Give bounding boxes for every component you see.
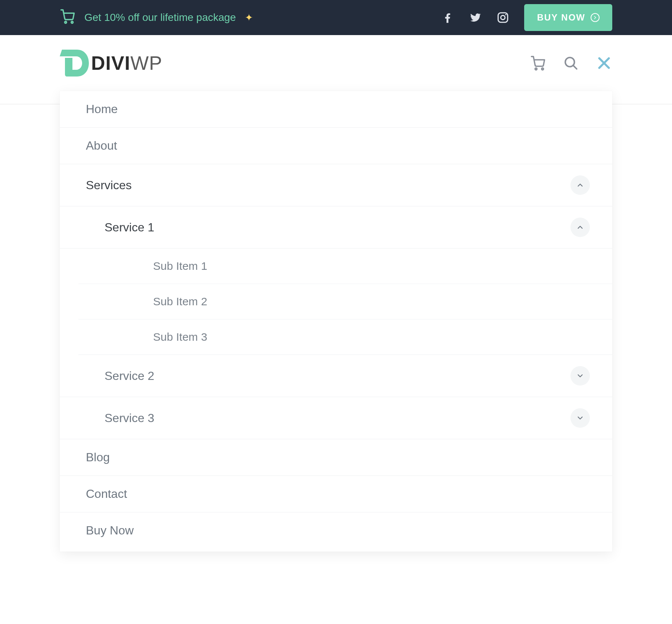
svg-point-0 [65, 21, 66, 23]
svg-point-3 [501, 15, 505, 19]
search-icon[interactable] [563, 55, 579, 71]
instagram-icon[interactable] [497, 11, 509, 24]
chevron-down-icon[interactable] [570, 408, 590, 428]
menu-item-label: Blog [86, 450, 110, 464]
svg-point-1 [71, 21, 73, 23]
close-icon[interactable] [596, 55, 612, 71]
menu-item-buy-now[interactable]: Buy Now [60, 512, 612, 549]
site-header: DIVIWP [56, 35, 616, 91]
menu-item-sub-2[interactable]: Sub Item 2 [78, 284, 612, 319]
menu-item-service-3[interactable]: Service 3 [60, 397, 612, 439]
logo-text: DIVIWP [91, 52, 162, 74]
menu-item-label: Contact [86, 487, 127, 501]
submenu-service-1: Sub Item 1 Sub Item 2 Sub Item 3 [78, 249, 612, 355]
cart-icon [60, 9, 75, 27]
svg-line-8 [573, 65, 577, 69]
mobile-menu-panel: Home About Services Service 1 Sub Item 1… [60, 91, 612, 552]
menu-item-home[interactable]: Home [60, 91, 612, 128]
topbar: Get 10% off our lifetime package ✦ BUY N… [0, 0, 672, 35]
menu-item-label: Sub Item 1 [153, 260, 207, 272]
header-cart-icon[interactable] [530, 55, 546, 71]
arrow-right-icon [591, 13, 600, 22]
chevron-down-icon[interactable] [570, 366, 590, 386]
sparkle-icon: ✦ [245, 12, 253, 24]
social-links [441, 11, 509, 24]
site-logo[interactable]: DIVIWP [60, 50, 162, 77]
menu-item-sub-3[interactable]: Sub Item 3 [78, 319, 612, 355]
menu-item-label: Sub Item 3 [153, 331, 207, 343]
menu-item-service-1[interactable]: Service 1 [60, 206, 612, 249]
menu-item-label: Sub Item 2 [153, 295, 207, 308]
menu-item-label: Service 2 [105, 369, 154, 383]
menu-item-label: Buy Now [86, 524, 134, 537]
svg-point-6 [542, 68, 544, 70]
menu-item-label: About [86, 139, 117, 153]
menu-item-services[interactable]: Services [60, 164, 612, 206]
menu-item-label: Services [86, 178, 132, 192]
menu-item-about[interactable]: About [60, 128, 612, 164]
menu-item-contact[interactable]: Contact [60, 476, 612, 512]
menu-item-sub-1[interactable]: Sub Item 1 [78, 249, 612, 284]
svg-point-5 [535, 68, 537, 70]
facebook-icon[interactable] [441, 11, 454, 24]
twitter-icon[interactable] [469, 11, 482, 24]
svg-point-4 [505, 14, 507, 15]
menu-item-label: Home [86, 102, 118, 116]
menu-item-service-2[interactable]: Service 2 [60, 355, 612, 397]
menu-item-label: Service 3 [105, 411, 154, 425]
menu-item-blog[interactable]: Blog [60, 439, 612, 476]
chevron-up-icon[interactable] [570, 175, 590, 195]
buy-now-label: BUY NOW [537, 12, 585, 23]
promo-text: Get 10% off our lifetime package [84, 12, 236, 24]
buy-now-button[interactable]: BUY NOW [524, 4, 612, 31]
logo-mark-icon [60, 50, 90, 77]
promo-banner[interactable]: Get 10% off our lifetime package ✦ [60, 9, 253, 27]
menu-item-label: Service 1 [105, 221, 154, 234]
chevron-up-icon[interactable] [570, 218, 590, 237]
